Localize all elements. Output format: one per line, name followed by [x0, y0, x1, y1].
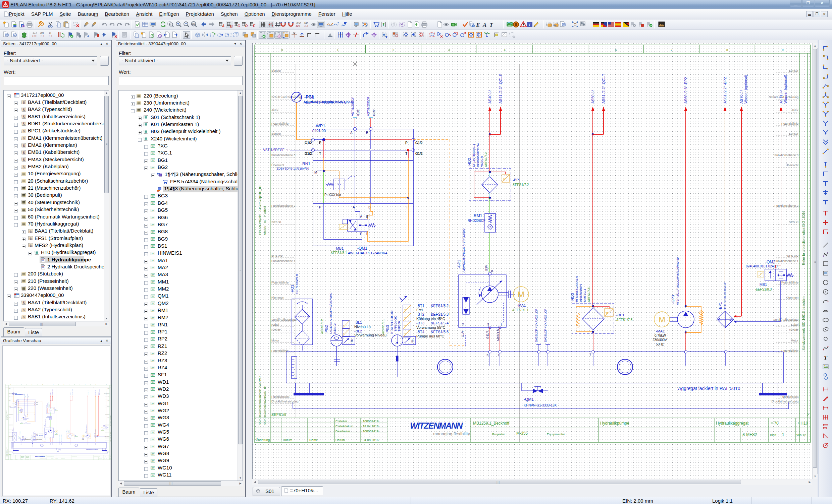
svg-text:&: & [23, 136, 25, 140]
svg-text:-HQ2: -HQ2 [467, 158, 471, 167]
svg-text:Name: Name [309, 438, 318, 442]
svg-text:0: 0 [281, 48, 283, 52]
svg-text:&EFS1/8.3: &EFS1/8.3 [755, 287, 772, 291]
svg-text:11: 11 [49, 32, 51, 35]
svg-text:Übersicht: Übersicht [786, 164, 799, 167]
svg-text:M: M [658, 315, 665, 324]
svg-text:SPS XO: SPS XO [271, 254, 283, 257]
svg-text:1: 1 [337, 48, 338, 52]
svg-text:Datum: Datum [283, 438, 292, 442]
svg-text:XY: XY [151, 302, 155, 305]
svg-text:-BL2: -BL2 [354, 329, 362, 333]
svg-text:Potentiallinie: Potentiallinie [781, 122, 799, 125]
svg-text:T: T [590, 353, 592, 356]
svg-text:G11/4: G11/4 [486, 331, 489, 339]
svg-text:8240400.9101.02400: 8240400.9101.02400 [746, 264, 778, 268]
svg-text:Schutzvermerk ISO 16016 beacht: Schutzvermerk ISO 16016 beachten [802, 297, 806, 351]
svg-text:T: T [404, 325, 406, 328]
svg-text:P: P [319, 205, 321, 209]
svg-text:T: T [404, 333, 406, 336]
svg-text:-BT1: -BT1 [416, 304, 424, 308]
svg-text:-QM2: -QM2 [765, 260, 775, 264]
svg-text:&EFS1/7.5: &EFS1/7.5 [616, 318, 633, 322]
svg-text:&: & [23, 108, 25, 111]
svg-text:XY: XY [151, 459, 155, 462]
svg-text:WITZENMANN: WITZENMANN [410, 421, 463, 430]
svg-text:EPLAN-Projekt: 3417217epl000: EPLAN-Projekt: 3417217epl000_00 [258, 185, 262, 235]
svg-text:Funktionsebene 3: Funktionsebene 3 [271, 153, 295, 157]
svg-text:3+2: 3+2 [296, 22, 301, 25]
svg-text:XY: XY [151, 467, 155, 469]
svg-text:1 2: 1 2 [48, 35, 52, 38]
svg-text:Sensor: Sensor [789, 132, 799, 135]
svg-text:Übersicht: Übersicht [271, 164, 285, 167]
svg-text:-BT3: -BT3 [416, 321, 424, 325]
svg-text:-RN1: -RN1 [301, 162, 310, 166]
svg-text:-PG2: -PG2 [324, 325, 329, 334]
svg-text:HEX.S610-20-00/G1": HEX.S610-20-00/G1" [723, 281, 727, 310]
svg-text:MB1259.1_Beckhoff: MB1259.1_Beckhoff [473, 421, 510, 426]
svg-text:XY: XY [151, 374, 155, 376]
svg-text:230/400V: 230/400V [652, 338, 667, 342]
svg-text:-BT4: -BT4 [416, 330, 424, 334]
svg-text:ELF7FXXW1.0: ELF7FXXW1.0 [295, 274, 298, 294]
svg-text:2: 2 [807, 413, 809, 417]
svg-text:50Hz: 50Hz [656, 342, 664, 346]
svg-text:L: L [343, 332, 345, 335]
svg-text:Aktor: Aktor [791, 109, 799, 112]
svg-text:XY: XY [151, 367, 155, 369]
svg-text:Druckluftversorgung: Druckluftversorgung [271, 400, 298, 403]
svg-text:T: T [404, 309, 406, 312]
svg-text:0401.00: 0401.00 [312, 129, 326, 133]
svg-text:G1/2: G1/2 [372, 109, 376, 116]
svg-text:A: A [350, 131, 353, 135]
svg-text:108002419: 108002419 [363, 419, 379, 423]
svg-text:M18x1,5: M18x1,5 [496, 329, 500, 341]
svg-text:Sensor: Sensor [789, 69, 799, 73]
svg-text:Funktionsebene 3: Funktionsebene 3 [774, 153, 799, 157]
svg-text:XY: XY [151, 295, 155, 297]
svg-text:G3/4: G3/4 [485, 264, 488, 271]
svg-text:Funktionsebene 1: Funktionsebene 1 [271, 259, 295, 263]
svg-text:G1/2: G1/2 [305, 141, 312, 145]
svg-text:Schütz: Schütz [271, 328, 281, 332]
svg-text:Sensor: Sensor [271, 69, 281, 73]
svg-text:XY: XY [151, 281, 155, 283]
svg-text:XY: XY [151, 417, 155, 419]
svg-text:100: 100 [192, 23, 196, 25]
svg-text:SAP-Dokumentenversion: 08: SAP-Dokumentenversion: 08 [263, 385, 267, 425]
svg-text:AS50 /-/: AS50 /-/ [591, 90, 595, 104]
svg-text:M: M [518, 290, 524, 299]
svg-text:G1/2: G1/2 [305, 152, 312, 156]
svg-text:B: B [366, 131, 368, 135]
svg-text:XY: XY [151, 209, 155, 212]
svg-text:Potentiallinie: Potentiallinie [781, 281, 799, 284]
svg-text:D: D [245, 24, 248, 28]
svg-text:G1/2: G1/2 [415, 141, 423, 145]
svg-text:&: & [23, 122, 25, 126]
svg-text:-GP1: -GP1 [457, 260, 461, 269]
svg-text:XY: XY [151, 267, 155, 269]
svg-text:Kabel: Kabel [271, 323, 279, 327]
svg-text:SV28LCF +VKAM28LCF: SV28LCF +VKAM28LCF [544, 309, 547, 342]
svg-text:Aggregat lackiert in RAL 5010: Aggregat lackiert in RAL 5010 [678, 386, 740, 391]
svg-text:G1/4: G1/4 [461, 330, 464, 337]
svg-text:9: 9 [782, 48, 784, 52]
svg-text:1 2: 1 2 [40, 35, 44, 38]
svg-text:SPS XI: SPS XI [789, 221, 799, 224]
svg-text:XY: XY [151, 238, 155, 240]
svg-text:XY: XY [151, 395, 155, 397]
svg-text:XY: XY [151, 202, 155, 204]
svg-text:TFP100: TFP100 [397, 321, 401, 331]
svg-text:AS60 /2.6/ -EP2: AS60 /2.6/ -EP2 [684, 77, 688, 104]
svg-text:19.04.2016: 19.04.2016 [363, 424, 379, 428]
svg-text:T: T [382, 22, 385, 27]
svg-text:L: L [501, 323, 502, 326]
svg-text:XY: XY [151, 288, 155, 290]
svg-text:Hydraulikpumpe: Hydraulikpumpe [600, 421, 629, 426]
svg-text:VSTI1/2DECF: VSTI1/2DECF [367, 96, 370, 116]
svg-text:&EFS1/9: &EFS1/9 [271, 413, 286, 417]
svg-text:AS41 /2.2/ -QZ1.P: AS41 /2.2/ -QZ1.P [498, 74, 502, 104]
svg-text:XY: XY [151, 316, 155, 319]
svg-text:XY: XY [151, 452, 155, 455]
